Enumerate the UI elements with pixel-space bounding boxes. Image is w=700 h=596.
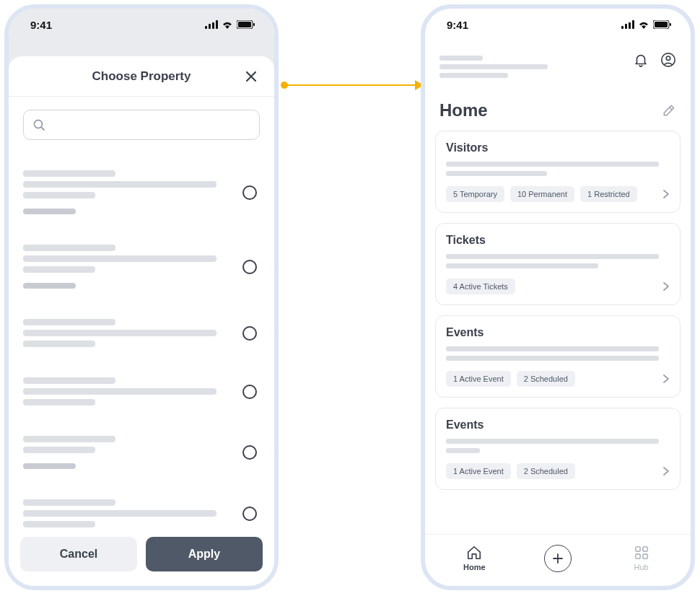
svg-rect-12 xyxy=(632,20,634,29)
chevron-right-icon[interactable] xyxy=(661,466,671,479)
property-lines xyxy=(23,495,242,528)
card-title: Events xyxy=(446,418,670,431)
chip: 1 Active Event xyxy=(446,463,511,479)
placeholder-line xyxy=(446,346,659,351)
property-item[interactable] xyxy=(23,421,260,485)
radio-unchecked[interactable] xyxy=(242,445,257,460)
profile-icon[interactable] xyxy=(660,52,676,68)
property-item[interactable] xyxy=(23,156,260,230)
property-item[interactable] xyxy=(23,304,260,363)
chip: 10 Permanent xyxy=(510,186,574,202)
radio-unchecked[interactable] xyxy=(242,507,257,521)
battery-icon xyxy=(653,20,672,29)
wifi-icon xyxy=(222,20,233,29)
chip: 4 Active Tickets xyxy=(446,279,515,294)
property-summary-placeholder xyxy=(439,52,548,82)
apply-button[interactable]: Apply xyxy=(146,537,263,571)
status-bar: 9:41 xyxy=(9,9,274,40)
modal-header: Choose Property xyxy=(9,56,274,97)
signal-icon xyxy=(621,20,634,29)
status-bar: 9:41 xyxy=(425,9,691,40)
property-lines xyxy=(23,166,242,219)
radio-unchecked[interactable] xyxy=(242,185,257,200)
placeholder-line xyxy=(446,356,659,361)
status-icons xyxy=(621,20,672,29)
svg-rect-2 xyxy=(212,22,214,29)
chevron-right-icon[interactable] xyxy=(661,374,671,387)
card[interactable]: Tickets4 Active Tickets xyxy=(435,223,681,305)
property-list xyxy=(23,156,260,528)
svg-point-7 xyxy=(35,120,43,128)
property-lines xyxy=(23,373,242,410)
radio-unchecked[interactable] xyxy=(242,260,257,274)
hub-icon xyxy=(634,545,649,561)
chip-row: 4 Active Tickets xyxy=(446,279,670,294)
radio-unchecked[interactable] xyxy=(242,326,257,341)
chip: 2 Scheduled xyxy=(517,371,575,387)
chip-row: 5 Temporary10 Permanent1 Restricted xyxy=(446,186,670,202)
svg-rect-11 xyxy=(629,22,631,29)
modal-sheet: Choose Property xyxy=(9,56,274,586)
card[interactable]: Events1 Active Event2 Scheduled xyxy=(435,315,681,398)
property-lines xyxy=(23,431,242,473)
card[interactable]: Events1 Active Event2 Scheduled xyxy=(435,408,681,490)
cards-list[interactable]: Visitors5 Temporary10 Permanent1 Restric… xyxy=(425,131,691,534)
plus-icon xyxy=(551,552,564,565)
home-screen: Home Visitors5 Temporary10 Permanent1 Re… xyxy=(425,40,691,586)
property-lines xyxy=(23,315,242,351)
search-input[interactable] xyxy=(51,119,250,131)
bell-icon[interactable] xyxy=(633,52,649,68)
modal-body xyxy=(9,97,274,528)
placeholder-line xyxy=(446,263,598,268)
svg-rect-21 xyxy=(642,554,647,558)
close-button[interactable] xyxy=(241,66,261,87)
nav-hub[interactable]: Hub xyxy=(613,545,670,571)
status-icons xyxy=(205,20,255,29)
cancel-button[interactable]: Cancel xyxy=(20,537,137,571)
placeholder-line xyxy=(446,254,659,259)
bottom-nav: Home Hub xyxy=(425,534,691,586)
header-icons xyxy=(633,52,676,68)
wifi-icon xyxy=(638,20,649,29)
svg-rect-0 xyxy=(205,26,207,29)
placeholder-line xyxy=(446,171,547,176)
svg-line-8 xyxy=(42,128,45,131)
edit-icon[interactable] xyxy=(662,103,676,118)
chip-row: 1 Active Event2 Scheduled xyxy=(446,463,670,479)
property-lines xyxy=(23,240,242,293)
chevron-right-icon[interactable] xyxy=(661,281,671,294)
svg-rect-3 xyxy=(216,20,218,29)
property-item[interactable] xyxy=(23,363,260,421)
home-header xyxy=(425,40,691,89)
card-title: Tickets xyxy=(446,234,670,247)
placeholder-line xyxy=(446,439,659,444)
svg-rect-10 xyxy=(625,24,627,29)
status-time: 9:41 xyxy=(447,19,468,31)
nav-add-button[interactable] xyxy=(544,545,572,572)
signal-icon xyxy=(205,20,218,29)
svg-rect-6 xyxy=(253,23,255,26)
svg-rect-20 xyxy=(635,554,639,558)
chevron-right-icon[interactable] xyxy=(661,189,671,202)
radio-unchecked[interactable] xyxy=(242,385,257,399)
page-title: Home xyxy=(439,100,488,120)
svg-rect-1 xyxy=(209,24,211,29)
nav-hub-label: Hub xyxy=(634,563,649,571)
nav-home[interactable]: Home xyxy=(445,545,503,571)
phone-frame-left: 9:41 Choose Property xyxy=(4,4,279,590)
chip: 2 Scheduled xyxy=(517,463,575,479)
modal-title: Choose Property xyxy=(92,69,191,84)
property-item[interactable] xyxy=(23,485,260,528)
search-icon xyxy=(32,118,45,131)
phone-frame-right: 9:41 Home Visitors5 Temporary10 Permanen… xyxy=(421,4,695,590)
search-input-wrap[interactable] xyxy=(23,110,260,140)
placeholder-line xyxy=(446,162,659,167)
svg-rect-19 xyxy=(642,547,647,551)
svg-rect-18 xyxy=(635,547,639,551)
svg-rect-5 xyxy=(238,22,251,27)
flow-arrow-line xyxy=(285,84,416,86)
chip: 1 Restricted xyxy=(580,186,637,202)
home-title-row: Home xyxy=(425,89,691,131)
card[interactable]: Visitors5 Temporary10 Permanent1 Restric… xyxy=(435,131,681,213)
property-item[interactable] xyxy=(23,230,260,304)
